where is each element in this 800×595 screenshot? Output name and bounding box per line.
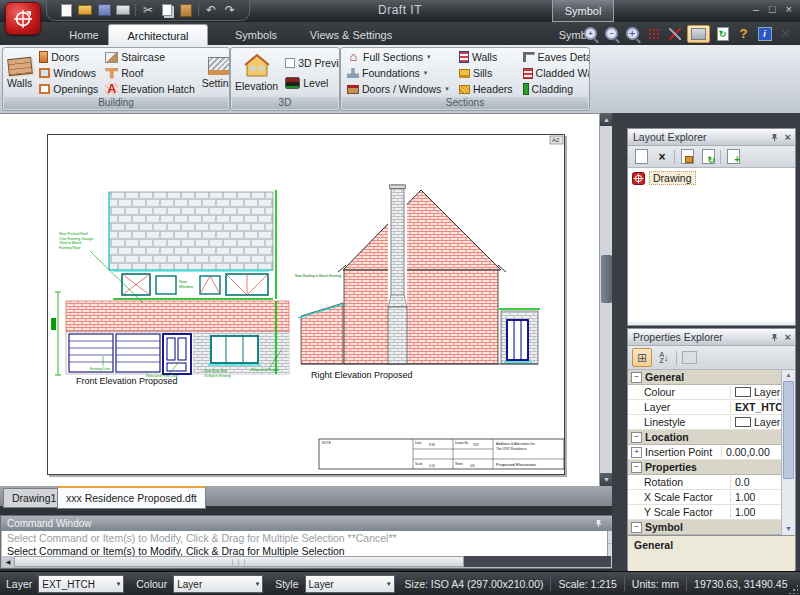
canvas-vertical-scrollbar[interactable]: ▲ ▼ <box>599 113 613 486</box>
command-history[interactable]: Select Command or Item(s) to Modify, Cli… <box>2 531 610 558</box>
doors-button[interactable]: Doors <box>37 50 100 65</box>
new-layout-icon[interactable] <box>632 148 650 165</box>
paper-size-marker: A2 <box>550 136 563 144</box>
command-horizontal-scrollbar[interactable]: ◀ ❘❘❘ ▶ <box>2 556 623 567</box>
minimize-button[interactable]: – <box>753 3 759 15</box>
tab-architectural[interactable]: Architectural <box>108 24 208 46</box>
settings-button[interactable]: Settings <box>200 50 230 96</box>
tab-symbols[interactable]: Symbols <box>220 25 292 45</box>
roof-button[interactable]: Roof <box>103 66 197 81</box>
copy-icon[interactable] <box>160 3 174 17</box>
category-symbol[interactable]: −Symbol <box>628 520 782 535</box>
windows-button[interactable]: Windows <box>37 66 100 81</box>
category-location[interactable]: −Location <box>628 430 782 445</box>
layout-tree[interactable]: Drawing <box>628 168 795 322</box>
elevation-hatch-button[interactable]: AElevation Hatch <box>103 82 197 97</box>
layout-properties-icon[interactable] <box>678 148 696 165</box>
delete-layout-icon[interactable]: × <box>653 148 671 165</box>
property-row-linestyle[interactable]: LinestyleLayer <box>628 415 782 430</box>
properties-scroll-down[interactable]: ▼ <box>782 523 795 535</box>
property-row-xscale[interactable]: X Scale Factor1.00 <box>628 490 782 505</box>
eaves-details-button[interactable]: Eaves Details <box>521 50 590 65</box>
openings-button[interactable]: Openings <box>37 82 100 97</box>
section-walls-button[interactable]: Walls <box>457 50 515 65</box>
help-icon[interactable]: ? <box>735 26 752 42</box>
section-doors-windows-button[interactable]: Doors / Windows▾ <box>345 82 451 97</box>
close-button[interactable]: × <box>786 3 792 15</box>
properties-scroll-thumb[interactable] <box>783 381 794 479</box>
open-folder-icon[interactable] <box>78 3 92 17</box>
hscroll-thumb[interactable]: ❘❘❘ <box>14 556 464 567</box>
colour-dropdown[interactable]: Layer▾ <box>173 575 263 593</box>
foundations-button[interactable]: Foundations▾ <box>345 66 451 81</box>
staircase-button[interactable]: Staircase <box>103 50 197 65</box>
undo-icon[interactable]: ↶ <box>204 3 218 17</box>
maximize-button[interactable]: □ <box>769 3 776 15</box>
paste-icon[interactable] <box>179 3 193 17</box>
property-row-rotation[interactable]: Rotation0.0 <box>628 475 782 490</box>
properties-close-icon[interactable]: × <box>785 331 791 343</box>
zoom-extents-icon[interactable]: ✛ <box>624 26 641 42</box>
redo-icon[interactable]: ↷ <box>223 3 237 17</box>
property-pages-icon[interactable] <box>680 349 698 366</box>
symbol-tool-active-icon[interactable] <box>687 25 710 43</box>
elevation-button[interactable]: Elevation <box>233 50 280 96</box>
cut-icon[interactable]: ✂ <box>141 3 155 17</box>
print-icon[interactable] <box>116 3 130 17</box>
draftit-window: ✂ ↶ ↷ ▾ Draft IT Symbol – □ × Home Archi… <box>0 0 800 595</box>
layout-explorer-titlebar[interactable]: Layout Explorer × <box>628 129 795 146</box>
doc-tab-residence[interactable]: xxx Residence Proposed.dft <box>57 486 206 509</box>
hscroll-left-arrow[interactable]: ◀ <box>2 556 14 567</box>
scroll-thumb[interactable] <box>601 255 612 303</box>
drawing-canvas[interactable]: A2 New Window <box>0 113 612 487</box>
categorized-view-icon[interactable]: ⊞ <box>632 348 652 367</box>
update-layout-icon[interactable]: ↻ <box>699 148 717 165</box>
import-layout-icon[interactable]: + <box>724 148 742 165</box>
property-row-yscale[interactable]: Y Scale Factor1.00 <box>628 505 782 520</box>
right-elevation-label: Right Elevation Proposed <box>311 370 413 380</box>
minitoolbar-close-icon[interactable]: × <box>777 26 794 42</box>
full-sections-button[interactable]: ⌂Full Sections▾ <box>345 50 451 65</box>
3d-preview-checkbox[interactable]: 3D Preview <box>283 56 340 71</box>
zoom-out-icon[interactable]: − <box>603 26 620 42</box>
info-icon[interactable]: i <box>756 26 773 42</box>
tab-views-settings[interactable]: Views & Settings <box>294 25 408 45</box>
save-icon[interactable] <box>97 3 111 17</box>
headers-button[interactable]: Headers <box>457 82 515 97</box>
properties-explorer-titlebar[interactable]: Properties Explorer × <box>628 329 795 346</box>
command-window-titlebar[interactable]: Command Window × <box>1 516 622 531</box>
properties-scrollbar[interactable]: ▲ ▼ <box>781 370 795 535</box>
layout-item-drawing[interactable]: Drawing <box>632 171 791 185</box>
snap-icon[interactable] <box>666 26 683 42</box>
opening-icon <box>39 84 50 94</box>
property-row-colour[interactable]: ColourLayer <box>628 385 782 400</box>
walls-button[interactable]: Walls <box>5 50 34 96</box>
property-row-insertion-point[interactable]: +Insertion Point0.00,0.00 <box>628 445 782 460</box>
alphabetical-sort-icon[interactable]: AZ↓ <box>655 349 673 366</box>
cladded-wall-icon <box>523 68 533 79</box>
style-dropdown[interactable]: Layer▾ <box>305 575 395 593</box>
application-menu-button[interactable] <box>5 2 41 35</box>
zoom-in-icon[interactable]: + <box>582 26 599 42</box>
cladding-button[interactable]: Cladding <box>521 82 590 97</box>
new-icon[interactable] <box>59 3 73 17</box>
category-general[interactable]: −General <box>628 370 782 385</box>
resize-grip[interactable] <box>788 584 798 594</box>
refresh-icon[interactable]: ↻ <box>714 26 731 42</box>
group-label-sections: Sections <box>342 97 588 109</box>
property-row-layer[interactable]: LayerEXT_HTCH <box>628 400 782 415</box>
layout-explorer-close-icon[interactable]: × <box>785 131 791 143</box>
drawing-paper[interactable]: A2 New Window <box>47 134 565 475</box>
pin-icon[interactable] <box>770 333 779 342</box>
grid-icon[interactable] <box>645 26 662 42</box>
level-button[interactable]: Level <box>283 76 340 91</box>
doc-tab-drawing1[interactable]: Drawing1 <box>3 488 65 508</box>
pin-icon[interactable] <box>770 133 779 142</box>
cladded-walls-button[interactable]: Cladded Walls <box>521 66 590 81</box>
pin-icon[interactable] <box>594 519 603 528</box>
ribbon-tab-row: Home Architectural Symbols Views & Setti… <box>0 22 800 45</box>
category-properties[interactable]: −Properties <box>628 460 782 475</box>
sills-button[interactable]: Sills <box>457 66 515 81</box>
layer-dropdown[interactable]: EXT_HTCH▾ <box>38 575 124 593</box>
tab-home[interactable]: Home <box>52 25 116 45</box>
